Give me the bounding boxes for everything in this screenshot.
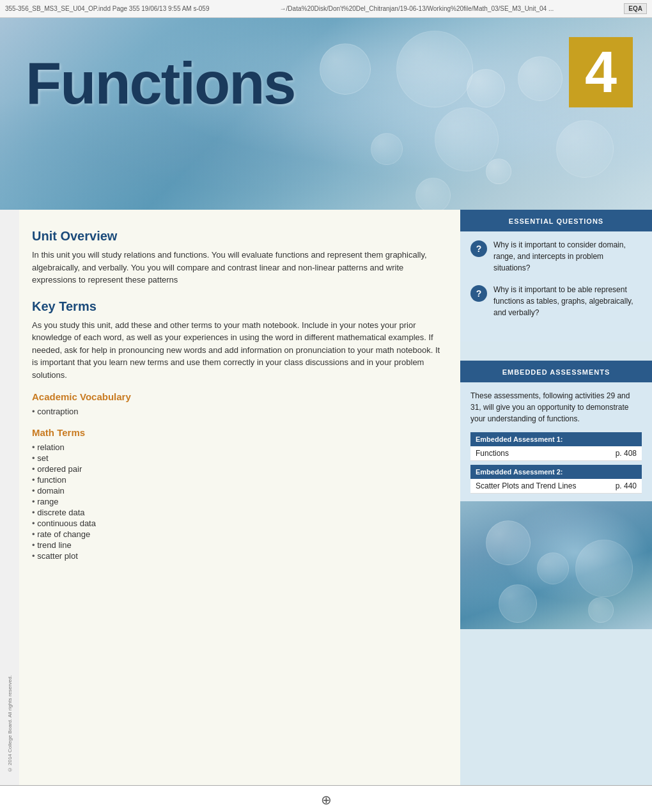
math-term-item: continuous data: [32, 518, 444, 529]
math-term-item: rate of change: [32, 529, 444, 540]
key-terms-body: As you study this unit, add these and ot…: [32, 319, 444, 382]
assessment-1-row: Functions p. 408: [470, 446, 642, 461]
bubble-decoration: [396, 31, 473, 107]
copyright-text: © 2014 College Board. All rights reserve…: [7, 675, 13, 772]
unit-overview-section: Unit Overview In this unit you will stud…: [32, 229, 444, 286]
eq-item-1: ? Why is it important to consider domain…: [470, 239, 642, 274]
eq-text-1: Why is it important to consider domain, …: [493, 239, 642, 274]
right-bottom-decorative-image: [460, 501, 652, 629]
math-terms-list: relation set ordered pair function domai…: [32, 442, 444, 561]
assessment-1-name: Functions: [476, 449, 509, 458]
eq-content: ? Why is it important to consider domain…: [460, 231, 652, 341]
question-icon-2: ?: [470, 285, 487, 302]
bubble-decoration: [371, 133, 403, 165]
bubble-decoration: [575, 540, 633, 597]
assessment-1-header: Embedded Assessment 1:: [470, 432, 642, 446]
bubble-decoration: [588, 597, 614, 623]
math-term-item: set: [32, 453, 444, 464]
embedded-assessments-header: EMBEDDED ASSESSMENTS: [460, 361, 652, 382]
unit-overview-title: Unit Overview: [32, 229, 444, 244]
assessment-1-page: p. 408: [616, 449, 637, 458]
academic-vocab-section: Academic Vocabulary contraption: [32, 391, 444, 417]
math-term-item: relation: [32, 442, 444, 453]
bubble-decoration: [499, 584, 537, 623]
math-term-item: function: [32, 474, 444, 485]
bubble-decoration: [415, 178, 451, 210]
right-panel: ESSENTIAL QUESTIONS ? Why is it importan…: [460, 210, 652, 785]
math-terms-title: Math Terms: [32, 427, 444, 438]
bubble-decoration: [486, 520, 531, 565]
eqa-badge: EQA: [624, 3, 647, 14]
essential-questions-label: ESSENTIAL QUESTIONS: [509, 217, 603, 225]
assessment-2-label: Embedded Assessment 2:: [476, 468, 563, 476]
bubble-decoration: [320, 43, 371, 95]
eq-item-2: ? Why is it important to be able represe…: [470, 284, 642, 318]
header-bar: 355-356_SB_MS3_SE_U04_OP.indd Page 355 1…: [0, 0, 652, 18]
embedded-assessments-label: EMBEDDED ASSESSMENTS: [502, 368, 610, 376]
assessment-2-header: Embedded Assessment 2:: [470, 465, 642, 479]
bubble-decoration: [486, 159, 511, 184]
math-term-item: domain: [32, 485, 444, 496]
math-terms-section: Math Terms relation set ordered pair fun…: [32, 427, 444, 561]
vocab-list: contraption: [32, 406, 444, 417]
key-terms-section: Key Terms As you study this unit, add th…: [32, 299, 444, 382]
path-info: →/Data%20Disk/Don't%20Del_Chitranjan/19-…: [280, 5, 554, 12]
vocab-title: Academic Vocabulary: [32, 391, 444, 402]
question-icon-1: ?: [470, 240, 487, 257]
left-panel: Unit Overview In this unit you will stud…: [19, 210, 460, 785]
math-term-item: discrete data: [32, 507, 444, 518]
bubble-decoration: [467, 69, 505, 107]
bubble-decoration: [537, 552, 569, 584]
embedded-intro: These assessments, following activities …: [470, 390, 642, 425]
page-bottom: ⊕: [0, 785, 652, 812]
bubble-decoration: [556, 120, 614, 178]
assessment-2-page: p. 440: [616, 481, 637, 490]
main-content: © 2014 College Board. All rights reserve…: [0, 210, 652, 785]
page-wrapper: 355-356_SB_MS3_SE_U04_OP.indd Page 355 1…: [0, 0, 652, 812]
assessment-2-row: Scatter Plots and Trend Lines p. 440: [470, 479, 642, 494]
key-terms-title: Key Terms: [32, 299, 444, 314]
eq-text-2: Why is it important to be able represent…: [493, 284, 642, 318]
chapter-number: 4: [585, 43, 617, 101]
crosshair-icon: ⊕: [321, 792, 332, 808]
assessment-2-name: Scatter Plots and Trend Lines: [476, 481, 576, 490]
left-sidebar: © 2014 College Board. All rights reserve…: [0, 210, 19, 785]
math-term-item: range: [32, 496, 444, 507]
chapter-number-box: 4: [569, 37, 633, 107]
assessment-1-label: Embedded Assessment 1:: [476, 435, 563, 443]
hero-section: Functions 4: [0, 18, 652, 210]
math-term-item: ordered pair: [32, 464, 444, 474]
math-term-item: trend line: [32, 540, 444, 550]
essential-questions-header: ESSENTIAL QUESTIONS: [460, 210, 652, 231]
page-title: Functions: [26, 50, 295, 117]
vocab-item: contraption: [32, 406, 444, 417]
math-term-item: scatter plot: [32, 550, 444, 561]
file-info: 355-356_SB_MS3_SE_U04_OP.indd Page 355 1…: [5, 5, 210, 12]
unit-overview-body: In this unit you will study relations an…: [32, 249, 444, 286]
embedded-content: These assessments, following activities …: [460, 382, 652, 501]
bubble-decoration: [518, 56, 563, 101]
